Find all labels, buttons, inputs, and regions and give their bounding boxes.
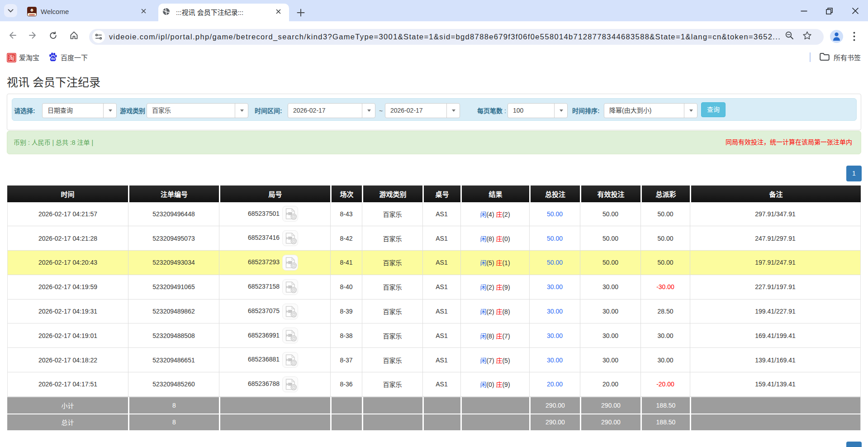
svg-text:du: du <box>51 57 56 61</box>
